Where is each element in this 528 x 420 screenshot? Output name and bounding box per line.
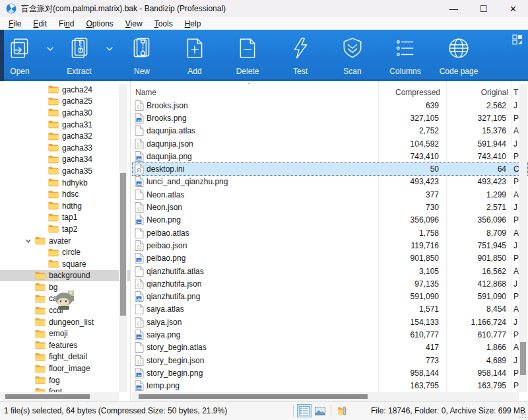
sidebar-item-gacha25[interactable]: gacha25	[0, 96, 130, 108]
menu-find[interactable]: Find	[53, 18, 80, 29]
png-file-icon	[135, 113, 144, 123]
columns-button[interactable]: Columns	[381, 34, 429, 77]
file-row-saiya.json[interactable]: {}saiya.json154,1331,166,724J	[132, 316, 528, 328]
details-view-button[interactable]	[297, 404, 312, 417]
menu-options[interactable]: Options	[80, 18, 119, 29]
sidebar-item-background[interactable]: background	[0, 270, 130, 282]
sidebar-item-gacha31[interactable]: gacha31	[0, 119, 130, 131]
file-row-story_begin.json[interactable]: {}story_begin.json7734,689J	[132, 354, 528, 367]
sidebar-item-fight_detail[interactable]: fight_detail	[0, 351, 130, 363]
close-button[interactable]: ✕	[498, 0, 528, 17]
sidebar-item-card[interactable]: card	[0, 293, 130, 305]
sidebar-item-gacha24[interactable]: gacha24	[0, 84, 130, 96]
sidebar-item-gacha34[interactable]: gacha34	[0, 154, 130, 166]
file-row-qianzhutifa.png[interactable]: qianzhutifa.png591,090591,090P	[132, 290, 528, 302]
sidebar-item-gacha33[interactable]: gacha33	[0, 142, 130, 154]
sidebar-vertical-scrollbar-thumb[interactable]	[120, 173, 126, 316]
file-row-Neon.json[interactable]: {}Neon.json7302,571J	[132, 201, 528, 213]
sidebar-item-circle[interactable]: circle	[0, 246, 130, 258]
sidebar-item-features[interactable]: features	[0, 339, 130, 351]
sidebar-item-emoji[interactable]: emoji	[0, 328, 130, 339]
thumbnail-view-button[interactable]	[313, 404, 327, 417]
file-row-qianzhutifa.atlas[interactable]: qianzhutifa.atlas3,10516,562A	[132, 265, 528, 277]
chevron-down-icon[interactable]	[106, 46, 114, 52]
file-row-desktop.ini[interactable]: desktop.ini5064C	[132, 162, 528, 175]
file-row-lunci_and_qianzhu.png[interactable]: lunci_and_qianzhu.png493,423493,423P	[132, 176, 528, 188]
sidebar-item-tap1[interactable]: tap1	[0, 212, 130, 224]
folder-name: fight_detail	[49, 352, 87, 361]
json-file-icon: {}	[135, 317, 144, 328]
sidebar-item-tap2[interactable]: tap2	[0, 223, 130, 235]
file-row-saiya.png[interactable]: saiya.png610,777610,777P	[132, 328, 528, 341]
new-button[interactable]: New	[118, 34, 166, 77]
sidebar-horizontal-scrollbar-thumb[interactable]	[5, 394, 90, 399]
minimize-button[interactable]: —	[439, 0, 469, 17]
scan-button[interactable]: Scan	[329, 34, 376, 77]
atlas-file-icon	[135, 190, 144, 200]
file-row-temp.png[interactable]: temp.png163,795163,795P	[132, 380, 528, 392]
sidebar-item-ccui[interactable]: ccui	[0, 304, 130, 316]
menu-help[interactable]: Help	[179, 18, 207, 29]
menu-file[interactable]: File	[3, 18, 27, 29]
chevron-expanded-icon[interactable]	[24, 237, 32, 245]
file-row-daqunjia.atlas[interactable]: daqunjia.atlas2,75215,376A	[132, 125, 528, 137]
file-row-Brooks.png[interactable]: Brooks.png327,105327,105P	[132, 112, 528, 124]
folder-icon	[48, 190, 59, 199]
file-row-saiya.atlas[interactable]: saiya.atlas1,5718,454A	[132, 303, 528, 316]
toolbar-layout-icon[interactable]	[512, 34, 523, 45]
list-vertical-scrollbar-thumb[interactable]	[520, 342, 526, 375]
add-button[interactable]: Add	[171, 34, 218, 77]
sidebar-item-gacha32[interactable]: gacha32	[0, 130, 130, 142]
resize-grip[interactable]	[519, 411, 527, 419]
extract-button[interactable]: Extract	[55, 34, 103, 77]
chevron-down-icon[interactable]	[46, 46, 54, 52]
sidebar-item-fog[interactable]: fog	[0, 374, 130, 386]
menu-edit[interactable]: Edit	[27, 18, 53, 29]
sidebar-item-floor_image[interactable]: floor_image	[0, 363, 130, 374]
menu-view[interactable]: View	[119, 18, 148, 29]
maximize-button[interactable]: ☐	[469, 0, 498, 17]
list-horizontal-scrollbar-thumb[interactable]	[139, 394, 368, 399]
bandizip-logo-icon	[6, 3, 16, 14]
column-header-type[interactable]: T	[513, 88, 518, 97]
file-row-Brooks.json[interactable]: {}Brooks.json6392,562J	[132, 99, 528, 112]
sidebar-item-hdhykb[interactable]: hdhykb	[0, 177, 130, 189]
sidebar-item-hdthg[interactable]: hdthg	[0, 200, 130, 212]
sidebar-item-hdsc[interactable]: hdsc	[0, 188, 130, 200]
pane-divider[interactable]	[130, 81, 131, 401]
code-page-button[interactable]: Code page	[435, 34, 482, 77]
file-row-peibao.json[interactable]: {}peibao.json119,716751,945J	[132, 239, 528, 252]
file-row-daqunjia.png[interactable]: daqunjia.png743,410743,410P	[132, 150, 528, 162]
status-bar: 1 file(s) selected, 64 bytes (Compressed…	[0, 401, 528, 420]
sidebar-item-avater[interactable]: avater	[0, 235, 130, 247]
sidebar-item-bg[interactable]: bg	[0, 281, 130, 293]
original-size: 751,945	[380, 241, 506, 250]
file-row-Neon.png[interactable]: Neon.png356,096356,096P	[132, 214, 528, 227]
file-row-story_begin.atlas[interactable]: story_begin.atlas4171,866A	[132, 341, 528, 354]
sidebar-item-gacha35[interactable]: gacha35	[0, 165, 130, 177]
column-header-name[interactable]: Name	[135, 88, 156, 97]
sidebar-item-dungeon_list[interactable]: dungeon_list	[0, 316, 130, 328]
sidebar-item-square[interactable]: square	[0, 258, 130, 270]
toolbar-button-label: Test	[293, 67, 308, 77]
file-row-daqunjia.json[interactable]: {}daqunjia.json104,592591,944J	[132, 137, 528, 150]
menu-tools[interactable]: Tools	[148, 18, 179, 29]
file-name: peibao.json	[147, 241, 187, 250]
folder-icon	[35, 271, 46, 280]
folder-icon	[48, 97, 59, 106]
file-row-Neon.atlas[interactable]: Neon.atlas3771,299A	[132, 188, 528, 201]
file-row-peibao.png[interactable]: peibao.png901,850901,850P	[132, 252, 528, 265]
column-header-original[interactable]: Original	[380, 88, 508, 97]
svg-text:{}: {}	[137, 244, 142, 250]
file-row-qianzhutifa.json[interactable]: {}qianzhutifa.json97,135412,868J	[132, 277, 528, 290]
png-file-icon	[135, 176, 144, 187]
open-button[interactable]: Open	[0, 34, 44, 77]
delete-button[interactable]: Delete	[224, 34, 271, 77]
file-row-story_begin.png[interactable]: story_begin.png958,144958,144P	[132, 367, 528, 379]
folder-name: gacha25	[62, 96, 92, 106]
sidebar-item-gacha30[interactable]: gacha30	[0, 107, 130, 119]
test-button[interactable]: Test	[277, 34, 324, 77]
test-icon	[288, 36, 312, 60]
file-row-peibao.atlas[interactable]: peibao.atlas1,7588,709A	[132, 227, 528, 239]
folder-info-button[interactable]	[335, 404, 349, 417]
